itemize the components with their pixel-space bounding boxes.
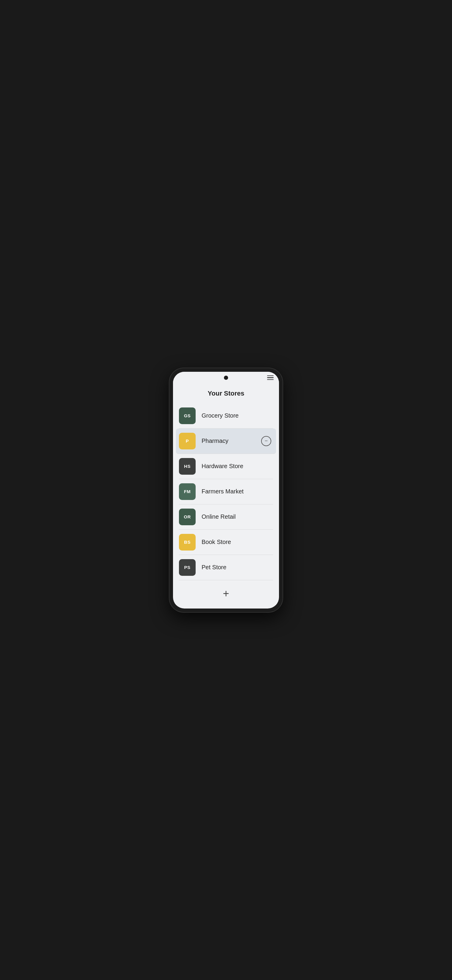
plus-icon: + xyxy=(223,587,229,600)
menu-button[interactable] xyxy=(267,375,274,380)
remove-store-button-pharmacy[interactable]: − xyxy=(261,436,271,446)
content-area: Your Stores GSGrocery StorePPharmacy−HSH… xyxy=(173,384,279,609)
store-avatar-farmers-market: FM xyxy=(179,483,196,500)
store-name-pet-store: Pet Store xyxy=(201,564,273,571)
store-name-grocery-store: Grocery Store xyxy=(201,412,273,419)
store-avatar-book-store: BS xyxy=(179,534,196,550)
store-name-hardware-store: Hardware Store xyxy=(201,463,273,469)
store-name-pharmacy: Pharmacy xyxy=(201,438,261,444)
store-item-farmers-market[interactable]: FMFarmers Market xyxy=(179,479,273,504)
store-avatar-online-retail: OR xyxy=(179,509,196,525)
hamburger-line-1 xyxy=(267,375,274,376)
add-store-button[interactable]: + xyxy=(173,580,279,603)
store-avatar-pet-store: PS xyxy=(179,559,196,576)
phone-frame: Your Stores GSGrocery StorePPharmacy−HSH… xyxy=(169,368,283,612)
store-item-book-store[interactable]: BSBook Store xyxy=(179,530,273,555)
minus-icon: − xyxy=(265,438,268,444)
store-avatar-hardware-store: HS xyxy=(179,458,196,475)
page-title: Your Stores xyxy=(173,387,279,403)
store-item-hardware-store[interactable]: HSHardware Store xyxy=(179,454,273,479)
store-name-online-retail: Online Retail xyxy=(201,513,273,520)
store-avatar-grocery-store: GS xyxy=(179,407,196,424)
status-bar xyxy=(173,372,279,384)
store-item-grocery-store[interactable]: GSGrocery Store xyxy=(179,403,273,429)
store-name-book-store: Book Store xyxy=(201,539,273,546)
phone-screen: Your Stores GSGrocery StorePPharmacy−HSH… xyxy=(173,372,279,609)
hamburger-line-2 xyxy=(267,377,274,378)
store-item-pet-store[interactable]: PSPet Store xyxy=(179,555,273,580)
store-list: GSGrocery StorePPharmacy−HSHardware Stor… xyxy=(173,403,279,580)
store-avatar-pharmacy: P xyxy=(179,433,196,449)
camera-notch xyxy=(224,375,228,380)
store-name-farmers-market: Farmers Market xyxy=(201,488,273,495)
store-item-pharmacy[interactable]: PPharmacy− xyxy=(176,429,276,454)
store-item-online-retail[interactable]: OROnline Retail xyxy=(179,504,273,530)
hamburger-line-3 xyxy=(267,379,274,380)
